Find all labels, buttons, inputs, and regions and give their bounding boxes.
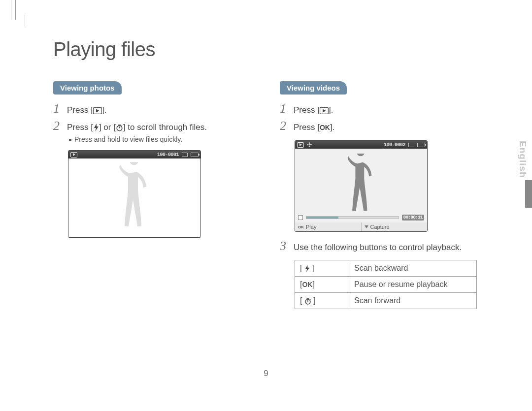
svg-point-12 bbox=[307, 144, 308, 146]
control-button-cell: [OK] bbox=[295, 276, 349, 292]
stop-icon bbox=[298, 215, 303, 220]
flash-icon bbox=[304, 265, 310, 272]
video-screen-body: 00:00:11 bbox=[295, 149, 427, 222]
svg-marker-14 bbox=[305, 265, 309, 272]
side-tab-marker bbox=[525, 180, 532, 208]
svg-point-15 bbox=[305, 299, 310, 304]
bottom-play-hint: OK Play bbox=[295, 222, 361, 231]
videos-step-3: 3 Use the following buttons to control p… bbox=[280, 240, 477, 254]
playback-icon bbox=[320, 107, 329, 114]
playback-mode-icon bbox=[70, 152, 77, 158]
video-screen-statusbar: 100-0002 bbox=[295, 141, 427, 149]
svg-point-9 bbox=[309, 144, 310, 146]
step-text: Press [OK]. bbox=[294, 121, 334, 134]
ok-icon: OK bbox=[298, 225, 304, 229]
svg-marker-2 bbox=[94, 124, 99, 131]
page-margin-mark bbox=[25, 15, 33, 27]
step-number: 3 bbox=[280, 240, 294, 253]
section-heading-photos: Viewing photos bbox=[53, 81, 122, 95]
ok-icon: OK bbox=[320, 123, 330, 133]
table-row: [ ] Scan backward bbox=[295, 260, 477, 276]
video-screen-figure: 100-0002 00:00:11 OK bbox=[295, 140, 428, 232]
svg-point-13 bbox=[310, 144, 312, 146]
photo-screen-body bbox=[68, 158, 200, 237]
file-counter: 100-0001 bbox=[157, 152, 179, 158]
svg-line-6 bbox=[122, 126, 122, 126]
photo-screen-figure: 100-0001 bbox=[68, 150, 201, 238]
step-text: Use the following buttons to control pla… bbox=[294, 241, 462, 254]
page-crop-marks bbox=[11, 0, 16, 20]
file-counter: 100-0002 bbox=[384, 142, 405, 148]
svg-marker-8 bbox=[323, 109, 326, 113]
playback-mode-icon bbox=[297, 142, 304, 148]
photos-note: Press and hold to view files quickly. bbox=[69, 135, 250, 143]
timer-icon bbox=[304, 298, 311, 305]
bullet-icon bbox=[69, 139, 71, 141]
table-row: [OK] Pause or resume playback bbox=[295, 276, 477, 292]
control-button-cell: [ ] bbox=[295, 260, 349, 276]
video-screen-bottombar: OK Play Capture bbox=[295, 222, 427, 231]
svg-point-11 bbox=[309, 146, 310, 147]
videos-step-1: 1 Press []. bbox=[280, 102, 477, 117]
column-videos: Viewing videos 1 Press []. 2 Press [OK]. bbox=[280, 81, 477, 309]
battery-icon bbox=[191, 153, 199, 157]
step-number: 2 bbox=[280, 120, 294, 132]
photos-step-1: 1 Press []. bbox=[53, 102, 250, 117]
section-heading-videos: Viewing videos bbox=[280, 81, 347, 95]
language-label: English bbox=[517, 141, 528, 178]
step-number: 1 bbox=[280, 102, 294, 115]
photo-screen-statusbar: 100-0001 bbox=[68, 151, 200, 158]
table-row: [ ] Scan forward bbox=[295, 292, 477, 309]
person-silhouette bbox=[345, 154, 377, 215]
person-silhouette bbox=[117, 162, 152, 231]
down-icon bbox=[365, 225, 368, 228]
svg-line-18 bbox=[310, 299, 310, 299]
timer-icon bbox=[116, 124, 123, 131]
bottom-capture-hint: Capture bbox=[361, 222, 428, 231]
battery-icon bbox=[417, 143, 425, 147]
page-content: Playing files Viewing photos 1 Press [].… bbox=[53, 38, 477, 309]
video-progress: 00:00:11 bbox=[298, 215, 424, 221]
svg-marker-1 bbox=[96, 109, 100, 113]
card-icon bbox=[408, 143, 414, 147]
flower-icon bbox=[307, 142, 312, 147]
step-number: 1 bbox=[53, 102, 67, 115]
page-number: 9 bbox=[264, 369, 268, 379]
language-side-tab: English bbox=[515, 138, 532, 207]
control-desc-cell: Pause or resume playback bbox=[349, 276, 477, 292]
column-photos: Viewing photos 1 Press []. 2 Press [] or… bbox=[53, 81, 250, 309]
step-text: Press []. bbox=[294, 104, 333, 117]
timecode: 00:00:11 bbox=[402, 215, 424, 221]
control-desc-cell: Scan forward bbox=[349, 292, 477, 309]
step-number: 2 bbox=[53, 120, 67, 132]
progress-bar bbox=[306, 216, 399, 219]
controls-table: [ ] Scan backward [OK] Pause or resume p… bbox=[295, 260, 477, 309]
page-title: Playing files bbox=[53, 38, 477, 61]
step-text: Press [] or [] to scroll through files. bbox=[67, 121, 207, 134]
card-icon bbox=[182, 153, 188, 157]
ok-icon: OK bbox=[302, 281, 312, 288]
playback-icon bbox=[93, 107, 102, 114]
step-text: Press []. bbox=[67, 104, 106, 117]
videos-step-2: 2 Press [OK]. bbox=[280, 120, 477, 134]
control-desc-cell: Scan backward bbox=[349, 260, 477, 276]
photos-step-2: 2 Press [] or [] to scroll through files… bbox=[53, 120, 250, 134]
svg-point-10 bbox=[309, 142, 310, 144]
control-button-cell: [ ] bbox=[295, 292, 349, 309]
flash-icon bbox=[93, 124, 99, 131]
